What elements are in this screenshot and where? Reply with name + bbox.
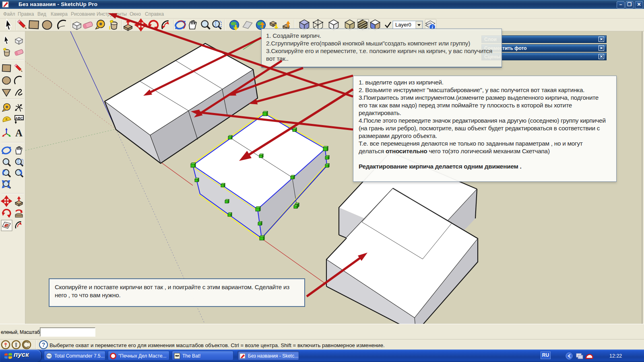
svg-text:TC: TC xyxy=(47,354,52,358)
svg-text:?: ? xyxy=(42,341,45,348)
